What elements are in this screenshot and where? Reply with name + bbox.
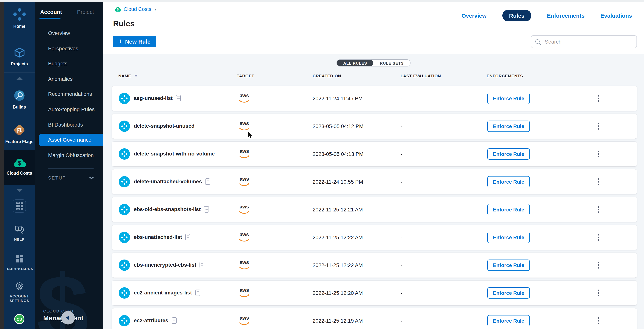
table-row: ec2-attributes aws 2022-11-25 12:19 AM -… [112,308,637,329]
enforce-rule-button[interactable]: Enforce Rule [487,121,530,132]
col-created-on: CREATED ON [312,74,341,78]
sidebar-item-feature-flags[interactable]: Feature Flags [4,124,35,144]
enforce-rule-button[interactable]: Enforce Rule [487,148,530,160]
setup-section-toggle[interactable]: SETUP [35,173,103,184]
last-evaluation: - [400,318,402,324]
search-input[interactable] [544,36,634,48]
builds-icon [13,89,26,102]
sidebar-item-perspectives[interactable]: Perspectives [35,41,103,56]
sidebar-item-projects[interactable]: Projects [4,46,35,66]
rule-name[interactable]: ebs-unencrypted-ebs-list [134,262,196,268]
created-on: 2022-11-25 12:19 AM [312,318,363,324]
enforce-rule-button[interactable]: Enforce Rule [487,204,530,215]
sidebar-item-account-settings[interactable]: ACCOUNT SETTINGS [4,281,35,303]
sidebar-item-help[interactable]: ? HELP [4,225,35,242]
sidebar-item-autostopping-rules[interactable]: AutoStopping Rules [35,102,103,117]
aws-logo: aws [237,93,252,105]
rule-name[interactable]: ebs-old-ebs-snapshots-list [134,206,201,212]
enforce-rule-button[interactable]: Enforce Rule [487,176,530,187]
breadcrumb-cloud-costs[interactable]: Cloud Costs [124,6,151,12]
kebab-menu-icon[interactable] [596,289,601,297]
sidebar-label: Home [4,24,35,28]
chat-question-icon: ? [14,225,24,234]
kebab-menu-icon[interactable] [596,94,601,102]
tab-evaluations[interactable]: Evaluations [600,12,632,19]
rule-name[interactable]: delete-snapshot-with-no-volume [134,151,215,157]
aws-logo: aws [237,121,252,133]
tab-account[interactable]: Account [40,9,62,15]
rule-name[interactable]: delete-snapshot-unused [134,123,195,129]
kebab-menu-icon[interactable] [596,233,601,242]
sidebar-item-builds[interactable]: Builds [4,89,35,109]
kebab-menu-icon[interactable] [596,122,601,130]
gear-icon [14,281,24,291]
note-icon[interactable] [172,317,176,324]
rule-name[interactable]: ec2-attributes [134,317,168,323]
note-icon[interactable] [200,262,204,268]
rule-name[interactable]: ebs-unattached-list [134,234,182,240]
enforce-rule-button[interactable]: Enforce Rule [487,232,530,243]
col-name[interactable]: NAME [118,74,138,78]
tab-project[interactable]: Project [77,9,94,15]
aws-text: aws [237,177,252,181]
note-icon[interactable] [196,290,200,296]
active-tab-underline [40,18,60,19]
note-icon[interactable] [176,95,181,101]
sidebar-label: HELP [4,237,35,242]
rule-name[interactable]: asg-unused-list [134,95,173,101]
kebab-menu-icon[interactable] [596,205,601,214]
toggle-rule-sets[interactable]: RULE SETS [374,60,410,66]
last-evaluation: - [400,95,402,101]
created-on: 2023-05-05 04:13 PM [312,151,364,157]
aws-swoosh [239,183,249,187]
sidebar-item-home[interactable]: Home [4,7,35,28]
last-evaluation: - [400,234,402,240]
sidebar-item-overview[interactable]: Overview [35,25,103,41]
aws-text: aws [237,121,252,126]
enforce-rule-button[interactable]: Enforce Rule [487,260,530,271]
tab-enforcements[interactable]: Enforcements [547,12,585,19]
sidebar-label: DASHBOARDS [4,267,35,271]
rule-icon [119,204,130,215]
search-box [531,35,637,48]
note-icon[interactable] [205,178,210,185]
sidebar-item-recommendations[interactable]: Recommendations [35,87,103,102]
enforce-rule-button[interactable]: Enforce Rule [487,287,530,299]
rule-icon [119,287,130,299]
sidebar-item-dashboards[interactable]: DASHBOARDS [4,254,35,271]
tab-rules[interactable]: Rules [502,10,531,21]
aws-text: aws [237,93,252,98]
nav-collapse-up[interactable] [4,72,35,84]
module-picker-button[interactable] [13,199,26,213]
rule-name[interactable]: ec2-ancient-images-list [134,290,192,296]
sidebar-collapse-button[interactable] [61,311,75,325]
kebab-menu-icon[interactable] [596,178,601,186]
note-icon[interactable] [204,206,209,213]
kebab-menu-icon[interactable] [596,261,601,269]
window-top-edge [0,0,644,2]
user-avatar[interactable]: CJ [14,314,24,324]
svg-text:$: $ [18,160,21,167]
table-row: delete-unattached-volumes aws 2022-11-24… [112,169,637,194]
aws-logo: aws [237,316,252,327]
new-rule-button[interactable]: + New Rule [113,36,156,47]
enforce-rule-button[interactable]: Enforce Rule [487,93,530,104]
tab-overview[interactable]: Overview [462,12,486,19]
nav-collapse-down[interactable] [4,185,35,197]
sidebar-item-anomalies[interactable]: Anomalies [35,71,103,87]
enforce-rule-button[interactable]: Enforce Rule [487,315,530,326]
rules-view-toggle[interactable]: ALL RULESRULE SETS [336,59,410,66]
sidebar-item-cloud-costs[interactable]: $ Cloud Costs [4,158,35,175]
sidebar-item-bi-dashboards[interactable]: BI Dashboards [35,117,103,132]
module-sidebar: $ Account Project OverviewPerspectivesBu… [35,0,103,329]
search-icon [535,39,541,45]
toggle-all-rules[interactable]: ALL RULES [337,60,373,66]
note-icon[interactable] [186,234,190,240]
sidebar-item-asset-governance[interactable]: Asset Governance [39,134,103,146]
kebab-menu-icon[interactable] [596,317,601,325]
rule-name[interactable]: delete-unattached-volumes [134,178,202,184]
sidebar-item-margin-obfuscation[interactable]: Margin Obfuscation [35,148,103,163]
kebab-menu-icon[interactable] [596,150,601,158]
last-evaluation: - [400,123,402,129]
sidebar-item-budgets[interactable]: Budgets [35,56,103,71]
